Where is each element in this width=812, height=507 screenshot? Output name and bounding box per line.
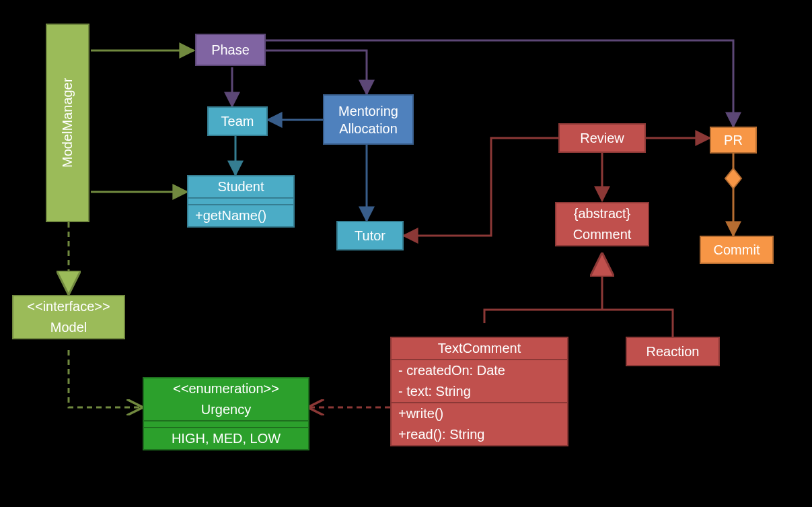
class-student: Student +getName() xyxy=(187,175,295,228)
interface-model: <<interface>> Model xyxy=(12,295,125,339)
class-method: +getName() xyxy=(188,204,293,226)
class-textcomment: TextComment - createdOn: Date - text: St… xyxy=(390,337,568,446)
class-pr: PR xyxy=(710,127,757,154)
stereotype-label: <<enumeration>> xyxy=(144,378,308,399)
class-label: Commit xyxy=(701,240,772,261)
class-label: Tutor xyxy=(338,226,402,246)
class-comment: {abstract} Comment xyxy=(555,202,649,246)
enum-values: HIGH, MED, LOW xyxy=(144,427,308,449)
class-label: TextComment xyxy=(392,338,567,359)
stereotype-label: <<interface>> xyxy=(13,296,124,317)
class-tutor: Tutor xyxy=(336,221,404,250)
class-label: Team xyxy=(209,111,266,132)
class-attr: - createdOn: Date xyxy=(392,359,567,381)
class-label: Reaction xyxy=(627,341,718,362)
class-label: Phase xyxy=(196,40,264,61)
class-label: Model xyxy=(13,317,124,338)
class-method: +read(): String xyxy=(392,424,567,445)
class-review: Review xyxy=(558,123,646,153)
class-modelmanager: ModelManager xyxy=(46,24,89,222)
class-attr: - text: String xyxy=(392,381,567,402)
stereotype-label: {abstract} xyxy=(556,203,648,224)
class-mentoring-allocation: Mentoring Allocation xyxy=(323,94,414,145)
class-label: ModelManager xyxy=(47,25,88,221)
class-label: Comment xyxy=(556,224,648,245)
class-team: Team xyxy=(207,106,268,136)
class-method: +write() xyxy=(392,402,567,424)
class-label: PR xyxy=(711,130,755,151)
class-label: Urgency xyxy=(144,399,308,420)
enum-urgency: <<enumeration>> Urgency HIGH, MED, LOW xyxy=(143,377,309,450)
class-reaction: Reaction xyxy=(626,337,720,366)
class-label: Review xyxy=(560,128,644,149)
class-label: Mentoring Allocation xyxy=(324,100,412,140)
class-phase: Phase xyxy=(195,34,266,66)
class-commit: Commit xyxy=(700,236,774,264)
class-label: Student xyxy=(188,176,293,197)
